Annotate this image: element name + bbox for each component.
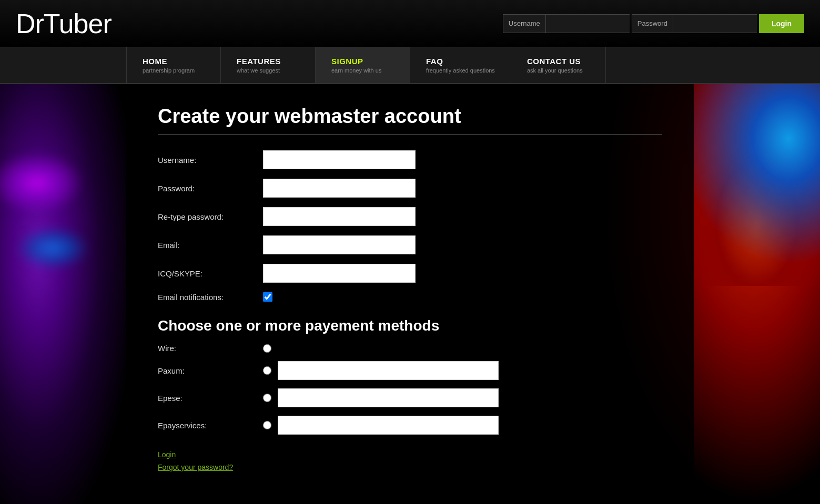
forgot-password-link[interactable]: Forgot your password? (158, 463, 662, 471)
wire-radio[interactable] (263, 344, 271, 353)
nav-item-faq[interactable]: FAQ frequently asked questions (410, 47, 511, 83)
nav-features-sub: what we suggest (237, 67, 299, 74)
nav-contact-sub: ask all your questions (527, 67, 590, 74)
page-title: Create your webmaster account (158, 105, 662, 128)
username-label: Username: (158, 156, 263, 164)
epese-radio[interactable] (263, 394, 271, 402)
wire-label: Wire: (158, 344, 263, 353)
nav-signup-title: SIGNUP (331, 57, 394, 66)
nav-features-title: FEATURES (237, 57, 299, 66)
wire-row: Wire: (158, 344, 662, 353)
login-link[interactable]: Login (158, 450, 662, 459)
nav-faq-sub: frequently asked questions (426, 67, 495, 74)
password-row: Password: (158, 179, 662, 198)
username-group: Username (503, 14, 630, 33)
username-row: Username: (158, 150, 662, 169)
email-notifications-label: Email notifications: (158, 293, 263, 302)
icq-input[interactable] (263, 264, 416, 283)
main-nav: HOME partnership program FEATURES what w… (0, 47, 820, 84)
email-label: Email: (158, 241, 263, 250)
email-row: Email: (158, 235, 662, 254)
username-input[interactable] (263, 150, 416, 169)
header-password-input[interactable] (673, 14, 757, 33)
main-wrapper: Create your webmaster account Username: … (126, 84, 694, 504)
paxum-radio[interactable] (263, 366, 271, 375)
epese-row: Epese: (158, 388, 662, 407)
header-login-button[interactable]: Login (759, 14, 804, 33)
nav-item-contact[interactable]: CONTACT US ask all your questions (511, 47, 606, 83)
nav-item-features[interactable]: FEATURES what we suggest (221, 47, 316, 83)
payment-section-title: Choose one or more payement methods (158, 317, 662, 334)
epayservices-input[interactable] (278, 416, 499, 435)
retype-input[interactable] (263, 207, 416, 226)
main-content: Create your webmaster account Username: … (126, 84, 694, 497)
site-logo: DrTuber (16, 8, 112, 39)
nav-home-title: HOME (143, 57, 205, 66)
nav-item-home[interactable]: HOME partnership program (126, 47, 221, 83)
password-input[interactable] (263, 179, 416, 198)
epayservices-radio[interactable] (263, 421, 271, 429)
password-label: Password: (158, 184, 263, 193)
epayservices-row: Epayservices: (158, 416, 662, 435)
icq-row: ICQ/SKYPE: (158, 264, 662, 283)
retype-label: Re-type password: (158, 212, 263, 221)
nav-home-sub: partnership program (143, 67, 205, 74)
nav-faq-title: FAQ (426, 57, 495, 66)
password-header-label: Password (632, 14, 673, 33)
username-header-label: Username (503, 14, 545, 33)
header-login-area: Username Password Login (503, 14, 804, 33)
header-username-input[interactable] (545, 14, 630, 33)
paxum-row: Paxum: (158, 361, 662, 380)
password-group: Password (632, 14, 757, 33)
epese-input[interactable] (278, 388, 499, 407)
email-notifications-checkbox[interactable] (263, 292, 272, 302)
form-links: Login Forgot your password? (158, 450, 662, 471)
epayservices-label: Epayservices: (158, 421, 263, 430)
nav-signup-sub: earn money with us (331, 67, 394, 74)
retype-row: Re-type password: (158, 207, 662, 226)
header: DrTuber Username Password Login (0, 0, 820, 47)
nav-item-signup[interactable]: SIGNUP earn money with us (316, 47, 410, 83)
epese-label: Epese: (158, 394, 263, 403)
paxum-label: Paxum: (158, 366, 263, 375)
icq-label: ICQ/SKYPE: (158, 269, 263, 278)
email-notifications-row: Email notifications: (158, 292, 662, 302)
title-divider (158, 134, 662, 135)
paxum-input[interactable] (278, 361, 499, 380)
email-input[interactable] (263, 235, 416, 254)
nav-contact-title: CONTACT US (527, 57, 590, 66)
